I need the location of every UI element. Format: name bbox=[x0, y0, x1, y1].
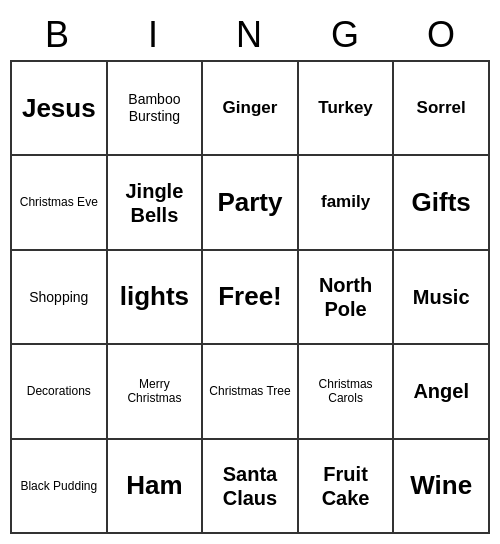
cell-0-1: Bamboo Bursting bbox=[107, 61, 203, 155]
cell-0-2: Ginger bbox=[202, 61, 298, 155]
cell-3-3: Christmas Carols bbox=[298, 344, 394, 438]
cell-4-1: Ham bbox=[107, 439, 203, 533]
bingo-row: Christmas Eve Jingle Bells Party family … bbox=[11, 155, 489, 249]
cell-3-4: Angel bbox=[393, 344, 489, 438]
cell-2-0: Shopping bbox=[11, 250, 107, 344]
cell-4-0: Black Pudding bbox=[11, 439, 107, 533]
cell-1-2: Party bbox=[202, 155, 298, 249]
cell-1-1: Jingle Bells bbox=[107, 155, 203, 249]
cell-2-4: Music bbox=[393, 250, 489, 344]
cell-1-4: Gifts bbox=[393, 155, 489, 249]
bingo-row: Jesus Bamboo Bursting Ginger Turkey Sorr… bbox=[11, 61, 489, 155]
cell-3-2: Christmas Tree bbox=[202, 344, 298, 438]
cell-4-3: Fruit Cake bbox=[298, 439, 394, 533]
header-i: I bbox=[106, 10, 202, 60]
cell-2-3: North Pole bbox=[298, 250, 394, 344]
header-b: B bbox=[10, 10, 106, 60]
cell-2-2: Free! bbox=[202, 250, 298, 344]
header-o: O bbox=[394, 10, 490, 60]
bingo-row: Shopping lights Free! North Pole Music bbox=[11, 250, 489, 344]
cell-3-1: Merry Christmas bbox=[107, 344, 203, 438]
cell-4-2: Santa Claus bbox=[202, 439, 298, 533]
bingo-header: B I N G O bbox=[10, 10, 490, 60]
header-g: G bbox=[298, 10, 394, 60]
header-n: N bbox=[202, 10, 298, 60]
cell-1-3: family bbox=[298, 155, 394, 249]
bingo-row: Decorations Merry Christmas Christmas Tr… bbox=[11, 344, 489, 438]
cell-4-4: Wine bbox=[393, 439, 489, 533]
bingo-card: B I N G O Jesus Bamboo Bursting Ginger T… bbox=[10, 10, 490, 534]
cell-2-1: lights bbox=[107, 250, 203, 344]
cell-0-4: Sorrel bbox=[393, 61, 489, 155]
bingo-row: Black Pudding Ham Santa Claus Fruit Cake… bbox=[11, 439, 489, 533]
cell-0-3: Turkey bbox=[298, 61, 394, 155]
cell-0-0: Jesus bbox=[11, 61, 107, 155]
cell-3-0: Decorations bbox=[11, 344, 107, 438]
bingo-grid: Jesus Bamboo Bursting Ginger Turkey Sorr… bbox=[10, 60, 490, 534]
cell-1-0: Christmas Eve bbox=[11, 155, 107, 249]
